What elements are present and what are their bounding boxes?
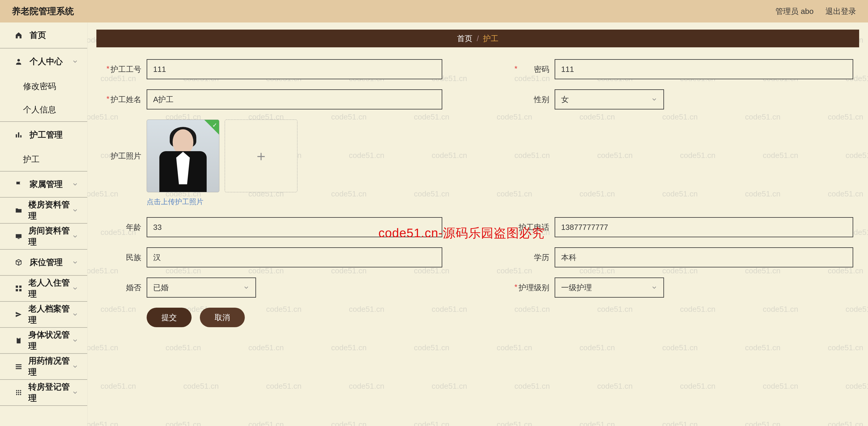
sidebar-item-health[interactable]: 身体状况管理 bbox=[0, 328, 87, 354]
sidebar-item-archive[interactable]: 老人档案管理 bbox=[0, 302, 87, 328]
sidebar-item-label: 床位管理 bbox=[30, 257, 63, 268]
chevron-down-icon bbox=[72, 389, 79, 396]
label-marital: 婚否 bbox=[102, 283, 147, 293]
label-education: 学历 bbox=[510, 252, 555, 263]
sidebar-item-label: 身体状况管理 bbox=[28, 329, 72, 352]
submit-button[interactable]: 提交 bbox=[147, 308, 192, 327]
sidebar-item-profile[interactable]: 个人信息 bbox=[0, 98, 87, 122]
sidebar-item-bed[interactable]: 床位管理 bbox=[0, 250, 87, 276]
flag-icon bbox=[15, 180, 25, 188]
logout-link[interactable]: 退出登录 bbox=[826, 6, 856, 17]
sidebar-item-change-password[interactable]: 修改密码 bbox=[0, 75, 87, 98]
worker-id-input[interactable] bbox=[147, 59, 442, 79]
sidebar-item-label: 护工 bbox=[23, 154, 40, 165]
breadcrumb-home[interactable]: 首页 bbox=[457, 33, 472, 44]
chevron-down-icon bbox=[72, 311, 79, 318]
svg-point-19 bbox=[18, 392, 19, 393]
upload-hint[interactable]: 点击上传护工照片 bbox=[147, 197, 853, 206]
svg-point-23 bbox=[20, 394, 21, 395]
breadcrumb-separator: / bbox=[476, 34, 478, 43]
sidebar: 首页 个人中心 修改密码 个人信息 护工管理 护工 家属管理 楼房资料管理 房间… bbox=[0, 23, 88, 426]
sidebar-item-label: 用药情况管理 bbox=[28, 355, 72, 378]
label-photo: 护工照片 bbox=[102, 119, 147, 161]
breadcrumb-current: 护工 bbox=[483, 33, 498, 44]
sidebar-item-label: 个人中心 bbox=[30, 56, 63, 67]
folder-icon bbox=[15, 206, 24, 214]
gender-value: 女 bbox=[561, 94, 569, 105]
svg-point-21 bbox=[16, 394, 17, 395]
sidebar-item-label: 首页 bbox=[30, 30, 46, 41]
svg-point-16 bbox=[18, 390, 19, 391]
label-ethnicity: 民族 bbox=[102, 252, 147, 263]
svg-point-18 bbox=[16, 392, 17, 393]
photo-thumbnail[interactable]: ✓ bbox=[147, 119, 219, 192]
label-care-level: 护理级别 bbox=[510, 283, 555, 293]
app-title: 养老院管理系统 bbox=[12, 5, 74, 18]
care-level-select[interactable]: 一级护理 bbox=[555, 278, 664, 297]
gender-select[interactable]: 女 bbox=[555, 89, 664, 110]
worker-name-input[interactable] bbox=[147, 89, 442, 110]
svg-rect-6 bbox=[16, 285, 18, 288]
upload-photo-button[interactable]: ＋ bbox=[225, 119, 298, 192]
password-input[interactable] bbox=[555, 59, 853, 79]
label-worker-id: 护工工号 bbox=[102, 64, 147, 75]
svg-point-15 bbox=[16, 390, 17, 391]
chevron-down-icon bbox=[72, 58, 79, 65]
admin-user-label[interactable]: 管理员 abo bbox=[775, 6, 814, 17]
sidebar-item-checkin[interactable]: 老人入住管理 bbox=[0, 276, 87, 302]
svg-point-20 bbox=[20, 392, 21, 393]
svg-rect-8 bbox=[16, 289, 18, 291]
chevron-down-icon bbox=[72, 259, 79, 266]
dots-grid-icon bbox=[15, 389, 24, 396]
svg-point-0 bbox=[18, 59, 20, 61]
label-password: 密码 bbox=[510, 64, 555, 75]
sidebar-item-caregiver[interactable]: 护工 bbox=[0, 148, 87, 172]
svg-rect-5 bbox=[18, 238, 20, 239]
person-avatar-icon bbox=[156, 124, 210, 192]
display-icon bbox=[15, 232, 24, 240]
svg-rect-1 bbox=[16, 134, 17, 138]
marital-value: 已婚 bbox=[153, 283, 168, 293]
sidebar-item-label: 修改密码 bbox=[23, 81, 56, 92]
label-gender: 性别 bbox=[510, 94, 555, 105]
label-age: 年龄 bbox=[102, 222, 147, 232]
chevron-down-icon bbox=[243, 284, 250, 291]
list-icon bbox=[15, 363, 24, 370]
education-input[interactable] bbox=[555, 247, 853, 267]
chart-icon bbox=[15, 131, 25, 139]
sidebar-item-caregiver-mgmt[interactable]: 护工管理 bbox=[0, 122, 87, 148]
svg-rect-13 bbox=[16, 366, 22, 367]
phone-input[interactable] bbox=[555, 217, 853, 237]
sidebar-item-label: 家属管理 bbox=[30, 179, 63, 190]
sidebar-item-label: 老人档案管理 bbox=[28, 303, 72, 326]
plus-icon: ＋ bbox=[254, 146, 268, 165]
marital-select[interactable]: 已婚 bbox=[147, 278, 256, 297]
svg-point-22 bbox=[18, 394, 19, 395]
chevron-down-icon bbox=[72, 207, 79, 214]
sidebar-item-personal[interactable]: 个人中心 bbox=[0, 49, 87, 75]
sidebar-item-label: 老人入住管理 bbox=[28, 277, 72, 300]
chevron-down-icon bbox=[72, 337, 79, 344]
sidebar-item-building[interactable]: 楼房资料管理 bbox=[0, 198, 87, 224]
chevron-down-icon bbox=[72, 363, 79, 370]
sidebar-item-home[interactable]: 首页 bbox=[0, 23, 87, 49]
label-worker-name: 护工姓名 bbox=[102, 94, 147, 105]
sidebar-item-transfer[interactable]: 转房登记管理 bbox=[0, 380, 87, 406]
sidebar-item-label: 转房登记管理 bbox=[28, 381, 72, 404]
cancel-button[interactable]: 取消 bbox=[200, 308, 245, 327]
grid-icon bbox=[15, 285, 24, 292]
cube-icon bbox=[15, 259, 25, 266]
svg-rect-12 bbox=[16, 364, 22, 365]
sidebar-item-room[interactable]: 房间资料管理 bbox=[0, 224, 87, 250]
chevron-down-icon bbox=[651, 96, 657, 103]
sidebar-item-family[interactable]: 家属管理 bbox=[0, 172, 87, 198]
svg-rect-4 bbox=[16, 234, 22, 238]
chevron-down-icon bbox=[72, 285, 79, 292]
sidebar-item-medication[interactable]: 用药情况管理 bbox=[0, 354, 87, 380]
svg-rect-10 bbox=[17, 338, 21, 343]
sidebar-item-label: 房间资料管理 bbox=[28, 225, 72, 248]
svg-rect-14 bbox=[16, 368, 22, 369]
chevron-down-icon bbox=[651, 284, 657, 291]
ethnicity-input[interactable] bbox=[147, 247, 442, 267]
breadcrumb: 首页 / 护工 bbox=[96, 30, 859, 47]
